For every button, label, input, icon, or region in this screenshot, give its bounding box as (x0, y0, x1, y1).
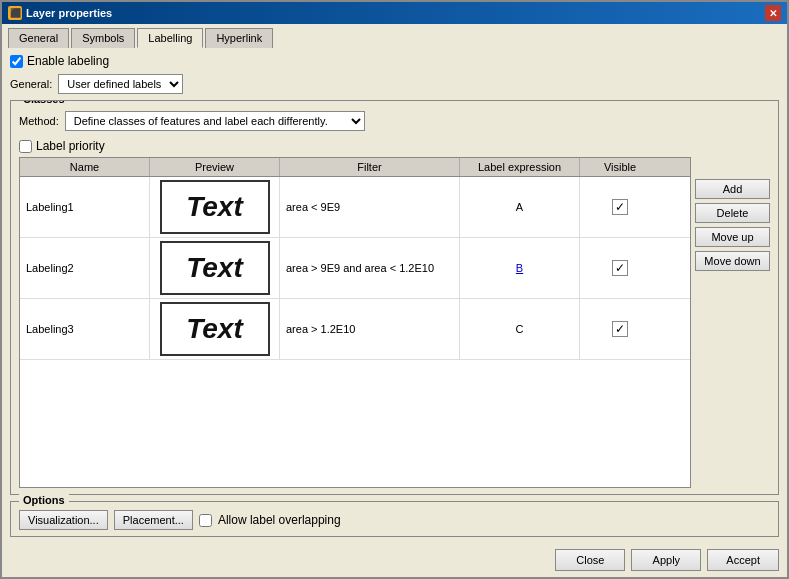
options-title: Options (19, 494, 69, 506)
cell-preview-2: Text (150, 238, 280, 298)
classes-table: Name Preview Filter Label expression Vis… (19, 157, 691, 488)
label-priority-label: Label priority (36, 139, 105, 153)
allow-overlap-label: Allow label overlapping (218, 513, 341, 527)
tab-symbols[interactable]: Symbols (71, 28, 135, 48)
method-row: Method: Define classes of features and l… (19, 111, 770, 131)
label-priority-checkbox[interactable] (19, 140, 32, 153)
visible-checkbox-2[interactable]: ✓ (612, 260, 628, 276)
move-up-button[interactable]: Move up (695, 227, 770, 247)
cell-visible-1: ✓ (580, 177, 660, 237)
close-button[interactable]: Close (555, 549, 625, 571)
preview-text-1: Text (160, 180, 270, 234)
apply-button[interactable]: Apply (631, 549, 701, 571)
layer-properties-window: ⬛ Layer properties ✕ General Symbols Lab… (0, 0, 789, 579)
placement-button[interactable]: Placement... (114, 510, 193, 530)
label-expr-link-2[interactable]: B (516, 262, 523, 274)
classes-title: Classes (19, 100, 69, 105)
label-priority-row: Label priority (19, 139, 770, 153)
cell-name-2: Labeling2 (20, 238, 150, 298)
tab-general[interactable]: General (8, 28, 69, 48)
classes-group: Classes Method: Define classes of featur… (10, 100, 779, 495)
tab-bar: General Symbols Labelling Hyperlink (2, 24, 787, 48)
enable-labeling-row: Enable labeling (10, 54, 779, 68)
options-group: Options Visualization... Placement... Al… (10, 501, 779, 537)
delete-button[interactable]: Delete (695, 203, 770, 223)
enable-labeling-checkbox[interactable] (10, 55, 23, 68)
method-label: Method: (19, 115, 59, 127)
enable-labeling-label: Enable labeling (27, 54, 109, 68)
col-visible: Visible (580, 158, 660, 176)
action-buttons: Add Delete Move up Move down (695, 157, 770, 488)
cell-name-3: Labeling3 (20, 299, 150, 359)
general-label: General: (10, 78, 52, 90)
col-filter: Filter (280, 158, 460, 176)
allow-overlap-checkbox[interactable] (199, 514, 212, 527)
col-label-expr: Label expression (460, 158, 580, 176)
general-select[interactable]: User defined labels (58, 74, 183, 94)
tab-labelling[interactable]: Labelling (137, 28, 203, 48)
add-button[interactable]: Add (695, 179, 770, 199)
general-row: General: User defined labels (10, 74, 779, 94)
cell-preview-3: Text (150, 299, 280, 359)
visible-checkbox-3[interactable]: ✓ (612, 321, 628, 337)
cell-expr-1: A (460, 177, 580, 237)
tab-hyperlink[interactable]: Hyperlink (205, 28, 273, 48)
table-header: Name Preview Filter Label expression Vis… (20, 158, 690, 177)
move-down-button[interactable]: Move down (695, 251, 770, 271)
cell-preview-1: Text (150, 177, 280, 237)
preview-text-2: Text (160, 241, 270, 295)
table-area: Name Preview Filter Label expression Vis… (19, 157, 770, 488)
cell-name-1: Labeling1 (20, 177, 150, 237)
close-window-button[interactable]: ✕ (765, 5, 781, 21)
cell-visible-2: ✓ (580, 238, 660, 298)
cell-expr-2: B (460, 238, 580, 298)
cell-filter-2: area > 9E9 and area < 1.2E10 (280, 238, 460, 298)
accept-button[interactable]: Accept (707, 549, 779, 571)
table-row[interactable]: Labeling1 Text area < 9E9 A ✓ (20, 177, 690, 238)
visible-checkbox-1[interactable]: ✓ (612, 199, 628, 215)
options-row: Visualization... Placement... Allow labe… (19, 510, 770, 530)
table-row[interactable]: Labeling3 Text area > 1.2E10 C ✓ (20, 299, 690, 360)
main-content: Enable labeling General: User defined la… (2, 48, 787, 543)
preview-text-3: Text (160, 302, 270, 356)
method-select[interactable]: Define classes of features and label eac… (65, 111, 365, 131)
cell-filter-1: area < 9E9 (280, 177, 460, 237)
cell-filter-3: area > 1.2E10 (280, 299, 460, 359)
col-name: Name (20, 158, 150, 176)
table-row[interactable]: Labeling2 Text area > 9E9 and area < 1.2… (20, 238, 690, 299)
window-title: Layer properties (26, 7, 112, 19)
title-bar: ⬛ Layer properties ✕ (2, 2, 787, 24)
col-preview: Preview (150, 158, 280, 176)
footer-buttons: Close Apply Accept (2, 543, 787, 577)
visualization-button[interactable]: Visualization... (19, 510, 108, 530)
window-icon: ⬛ (8, 6, 22, 20)
cell-expr-3: C (460, 299, 580, 359)
cell-visible-3: ✓ (580, 299, 660, 359)
table-body: Labeling1 Text area < 9E9 A ✓ (20, 177, 690, 487)
